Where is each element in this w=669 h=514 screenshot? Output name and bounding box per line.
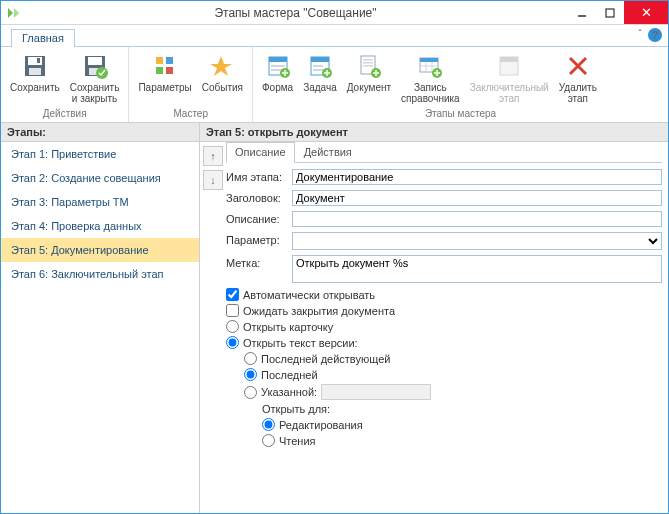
form-button[interactable]: Форма <box>257 49 298 108</box>
maximize-button[interactable] <box>596 1 624 24</box>
open-card-radio[interactable] <box>226 320 239 333</box>
ref-button[interactable]: Запись справочника <box>396 49 465 108</box>
final-button: Заключительный этап <box>465 49 554 108</box>
svg-rect-27 <box>313 69 323 71</box>
svg-rect-9 <box>88 57 102 65</box>
specified-label: Указанной: <box>261 386 317 398</box>
desc-input[interactable] <box>292 211 662 227</box>
sidebar-title: Этапы: <box>1 123 199 142</box>
open-text-label: Открыть текст версии: <box>243 337 358 349</box>
step-item[interactable]: Этап 1: Приветствие <box>1 142 199 166</box>
form-icon <box>263 51 293 81</box>
minimize-button[interactable] <box>568 1 596 24</box>
svg-rect-47 <box>500 57 518 62</box>
svg-rect-7 <box>37 58 40 63</box>
svg-rect-25 <box>311 57 329 62</box>
svg-rect-15 <box>166 67 173 74</box>
param-select[interactable] <box>292 232 662 250</box>
save-close-icon <box>80 51 110 81</box>
inner-tab-actions[interactable]: Действия <box>295 142 361 162</box>
svg-rect-34 <box>363 65 373 67</box>
svg-rect-26 <box>313 65 323 67</box>
events-button[interactable]: События <box>197 49 248 108</box>
svg-marker-0 <box>8 8 13 18</box>
app-icon <box>5 4 23 22</box>
delete-step-button[interactable]: Удалить этап <box>554 49 602 108</box>
ref-icon <box>415 51 445 81</box>
task-icon <box>305 51 335 81</box>
close-button[interactable]: ✕ <box>624 1 668 24</box>
wait-close-checkbox[interactable] <box>226 304 239 317</box>
svg-rect-14 <box>156 67 163 74</box>
svg-rect-39 <box>420 58 438 62</box>
final-icon <box>494 51 524 81</box>
inner-tab-description[interactable]: Описание <box>226 142 295 163</box>
save-button[interactable]: Сохранить <box>5 49 65 108</box>
label-name: Имя этапа: <box>226 169 292 183</box>
auto-open-checkbox[interactable] <box>226 288 239 301</box>
svg-rect-19 <box>271 65 285 67</box>
delete-icon <box>563 51 593 81</box>
window-title: Этапы мастера "Совещание" <box>23 6 568 20</box>
svg-rect-18 <box>269 57 287 62</box>
wait-close-label: Ожидать закрытия документа <box>243 305 395 317</box>
document-icon <box>354 51 384 81</box>
specified-input <box>321 384 431 400</box>
header-input[interactable] <box>292 190 662 206</box>
main-title: Этап 5: открыть документ <box>200 123 668 142</box>
params-button[interactable]: Параметры <box>133 49 196 108</box>
last-valid-label: Последней действующей <box>261 353 390 365</box>
read-radio[interactable] <box>262 434 275 447</box>
save-icon <box>20 51 50 81</box>
task-button[interactable]: Задача <box>298 49 342 108</box>
auto-open-label: Автоматически открывать <box>243 289 375 301</box>
svg-rect-33 <box>363 62 373 64</box>
document-button[interactable]: Документ <box>342 49 396 108</box>
svg-rect-32 <box>363 59 373 61</box>
read-label: Чтения <box>279 435 316 447</box>
open-text-radio[interactable] <box>226 336 239 349</box>
specified-radio[interactable] <box>244 386 257 399</box>
label-header: Заголовок: <box>226 190 292 204</box>
step-item-selected[interactable]: Этап 5: Документирование <box>1 238 199 262</box>
last-label: Последней <box>261 369 318 381</box>
svg-rect-3 <box>606 9 614 17</box>
params-icon <box>150 51 180 81</box>
edit-radio[interactable] <box>262 418 275 431</box>
help-icon[interactable]: ? <box>648 28 662 42</box>
step-item[interactable]: Этап 2: Создание совещания <box>1 166 199 190</box>
svg-rect-6 <box>29 68 41 75</box>
svg-marker-16 <box>210 56 232 76</box>
edit-label: Редактирования <box>279 419 363 431</box>
step-item[interactable]: Этап 6: Заключительный этап <box>1 262 199 286</box>
mark-textarea[interactable]: Открыть документ %s <box>292 255 662 283</box>
last-valid-radio[interactable] <box>244 352 257 365</box>
move-down-button[interactable]: ↓ <box>203 170 223 190</box>
step-item[interactable]: Этап 3: Параметры ТМ <box>1 190 199 214</box>
last-radio[interactable] <box>244 368 257 381</box>
tab-main[interactable]: Главная <box>11 29 75 47</box>
svg-rect-13 <box>166 57 173 64</box>
open-card-label: Открыть карточку <box>243 321 333 333</box>
step-item[interactable]: Этап 4: Проверка данных <box>1 214 199 238</box>
ribbon-collapse-icon[interactable]: ˆ <box>638 28 642 42</box>
save-close-button[interactable]: Сохранить и закрыть <box>65 49 125 108</box>
label-desc: Описание: <box>226 211 292 225</box>
svg-rect-12 <box>156 57 163 64</box>
move-up-button[interactable]: ↑ <box>203 146 223 166</box>
svg-marker-1 <box>14 8 19 18</box>
open-for-label: Открыть для: <box>262 403 662 415</box>
events-icon <box>207 51 237 81</box>
step-name-input[interactable] <box>292 169 662 185</box>
label-mark: Метка: <box>226 255 292 269</box>
label-param: Параметр: <box>226 232 292 246</box>
